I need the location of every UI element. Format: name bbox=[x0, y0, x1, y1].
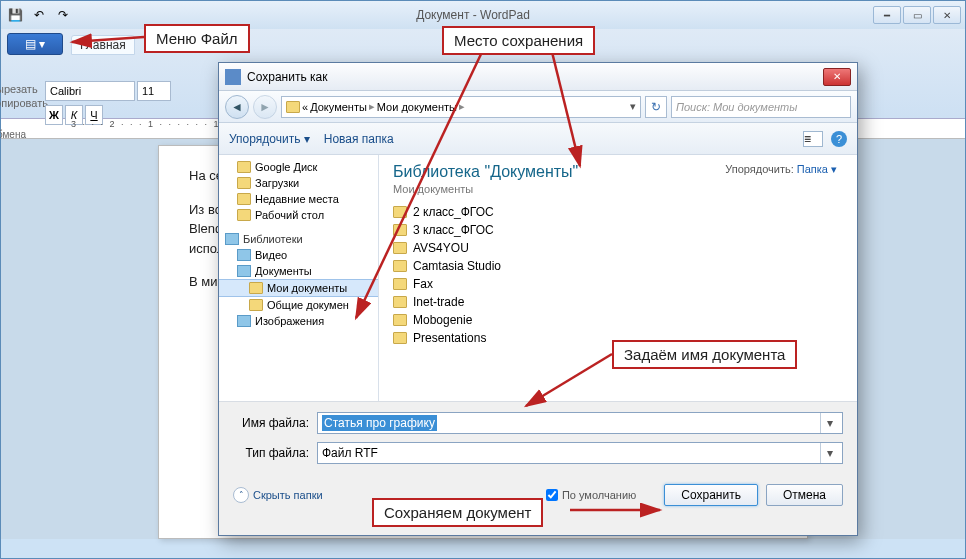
qat-save-icon[interactable]: 💾 bbox=[5, 5, 25, 25]
tree-item-downloads[interactable]: Загрузки bbox=[219, 175, 378, 191]
qat-redo-icon[interactable]: ↷ bbox=[53, 5, 73, 25]
folder-row[interactable]: Camtasia Studio bbox=[393, 257, 843, 275]
folder-name: 3 класс_ФГОС bbox=[413, 223, 494, 237]
search-input[interactable]: Поиск: Мои документы bbox=[671, 96, 851, 118]
tree-item-gdrive[interactable]: Google Диск bbox=[219, 159, 378, 175]
file-menu-button[interactable]: ▤ ▾ bbox=[7, 33, 63, 55]
breadcrumb-root: « bbox=[302, 101, 308, 113]
library-icon bbox=[225, 233, 239, 245]
cancel-button[interactable]: Отмена bbox=[766, 484, 843, 506]
callout-doc-name: Задаём имя документа bbox=[612, 340, 797, 369]
window-title: Документ - WordPad bbox=[73, 8, 873, 22]
filename-input[interactable]: Статья про графику ▾ bbox=[317, 412, 843, 434]
folder-tree[interactable]: Google Диск Загрузки Недавние места Рабо… bbox=[219, 155, 379, 401]
folder-icon bbox=[393, 242, 407, 254]
cut-button[interactable]: Вырезать bbox=[0, 83, 48, 95]
folder-list: 2 класс_ФГОС3 класс_ФГОСAVS4YOUCamtasia … bbox=[393, 203, 843, 347]
library-subtitle: Мои документы bbox=[393, 183, 843, 195]
folder-name: Inet-trade bbox=[413, 295, 464, 309]
save-icon bbox=[225, 69, 241, 85]
bold-button[interactable]: Ж bbox=[45, 105, 63, 125]
close-button[interactable]: ✕ bbox=[933, 6, 961, 24]
minimize-button[interactable]: ━ bbox=[873, 6, 901, 24]
help-icon[interactable]: ? bbox=[831, 131, 847, 147]
folder-icon bbox=[249, 282, 263, 294]
documents-icon bbox=[237, 265, 251, 277]
collapse-icon: ˄ bbox=[233, 487, 249, 503]
callout-save-location: Место сохранения bbox=[442, 26, 595, 55]
dialog-titlebar: Сохранить как ✕ bbox=[219, 63, 857, 91]
folder-name: AVS4YOU bbox=[413, 241, 469, 255]
default-checkbox[interactable]: По умолчанию bbox=[546, 489, 636, 501]
folder-icon bbox=[393, 314, 407, 326]
folder-row[interactable]: 3 класс_ФГОС bbox=[393, 221, 843, 239]
font-name-combo[interactable]: Calibri bbox=[45, 81, 135, 101]
view-options-button[interactable]: ≡ bbox=[803, 131, 823, 147]
maximize-button[interactable]: ▭ bbox=[903, 6, 931, 24]
folder-icon bbox=[237, 209, 251, 221]
font-group: Calibri 11 Ж К Ч bbox=[45, 81, 171, 140]
folder-name: Mobogenie bbox=[413, 313, 472, 327]
filetype-combo[interactable]: Файл RTF ▾ bbox=[317, 442, 843, 464]
folder-name: Fax bbox=[413, 277, 433, 291]
filename-label: Имя файла: bbox=[233, 416, 317, 430]
tree-item-recent[interactable]: Недавние места bbox=[219, 191, 378, 207]
folder-icon bbox=[393, 260, 407, 272]
tree-item-pictures[interactable]: Изображения bbox=[219, 313, 378, 329]
folder-row[interactable]: Mobogenie bbox=[393, 311, 843, 329]
breadcrumb[interactable]: « Документы ▸ Мои документы ▸ ▾ bbox=[281, 96, 641, 118]
nav-back-button[interactable]: ◄ bbox=[225, 95, 249, 119]
chevron-right-icon: ▸ bbox=[459, 100, 465, 113]
hide-folders-button[interactable]: ˄ Скрыть папки bbox=[233, 487, 323, 503]
folder-icon bbox=[393, 206, 407, 218]
tree-item-desktop[interactable]: Рабочий стол bbox=[219, 207, 378, 223]
folder-icon bbox=[393, 278, 407, 290]
dialog-fields: Имя файла: Статья про графику ▾ Тип файл… bbox=[219, 401, 857, 478]
breadcrumb-item[interactable]: Мои документы bbox=[377, 101, 457, 113]
tree-item-my-documents[interactable]: Мои документы bbox=[219, 279, 378, 297]
folder-row[interactable]: 2 класс_ФГОС bbox=[393, 203, 843, 221]
callout-menu-file: Меню Файл bbox=[144, 24, 250, 53]
folder-name: Presentations bbox=[413, 331, 486, 345]
folder-icon bbox=[393, 296, 407, 308]
folder-row[interactable]: Fax bbox=[393, 275, 843, 293]
folder-icon bbox=[286, 101, 300, 113]
folder-row[interactable]: Inet-trade bbox=[393, 293, 843, 311]
qat-undo-icon[interactable]: ↶ bbox=[29, 5, 49, 25]
tree-item-public-documents[interactable]: Общие докумен bbox=[219, 297, 378, 313]
sort-control[interactable]: Упорядочить: Папка ▾ bbox=[725, 163, 837, 176]
video-icon bbox=[237, 249, 251, 261]
chevron-down-icon[interactable]: ▾ bbox=[820, 413, 838, 433]
new-folder-button[interactable]: Новая папка bbox=[324, 132, 394, 146]
default-checkbox-input[interactable] bbox=[546, 489, 558, 501]
filetype-value: Файл RTF bbox=[322, 446, 378, 460]
tree-group-libraries[interactable]: Библиотеки bbox=[219, 231, 378, 247]
folder-icon bbox=[393, 224, 407, 236]
breadcrumb-item[interactable]: Документы bbox=[310, 101, 367, 113]
folder-icon bbox=[237, 177, 251, 189]
tree-item-video[interactable]: Видео bbox=[219, 247, 378, 263]
folder-icon bbox=[237, 193, 251, 205]
folder-row[interactable]: AVS4YOU bbox=[393, 239, 843, 257]
folder-icon bbox=[393, 332, 407, 344]
chevron-down-icon[interactable]: ▾ bbox=[820, 443, 838, 463]
nav-forward-button[interactable]: ► bbox=[253, 95, 277, 119]
copy-button[interactable]: Копировать bbox=[0, 97, 48, 109]
refresh-button[interactable]: ↻ bbox=[645, 96, 667, 118]
search-placeholder: Поиск: Мои документы bbox=[676, 101, 797, 113]
dialog-close-button[interactable]: ✕ bbox=[823, 68, 851, 86]
chevron-down-icon[interactable]: ▾ bbox=[630, 100, 636, 113]
chevron-right-icon: ▸ bbox=[369, 100, 375, 113]
folder-name: 2 класс_ФГОС bbox=[413, 205, 494, 219]
filetype-label: Тип файла: bbox=[233, 446, 317, 460]
folder-icon bbox=[249, 299, 263, 311]
font-size-combo[interactable]: 11 bbox=[137, 81, 171, 101]
callout-save-doc: Сохраняем документ bbox=[372, 498, 543, 527]
group-clipboard-label: Буфер обмена bbox=[0, 129, 26, 140]
organize-button[interactable]: Упорядочить ▾ bbox=[229, 132, 310, 146]
tab-home[interactable]: Главная bbox=[71, 35, 135, 55]
folder-name: Camtasia Studio bbox=[413, 259, 501, 273]
save-button[interactable]: Сохранить bbox=[664, 484, 758, 506]
tree-item-documents[interactable]: Документы bbox=[219, 263, 378, 279]
folder-icon bbox=[237, 161, 251, 173]
